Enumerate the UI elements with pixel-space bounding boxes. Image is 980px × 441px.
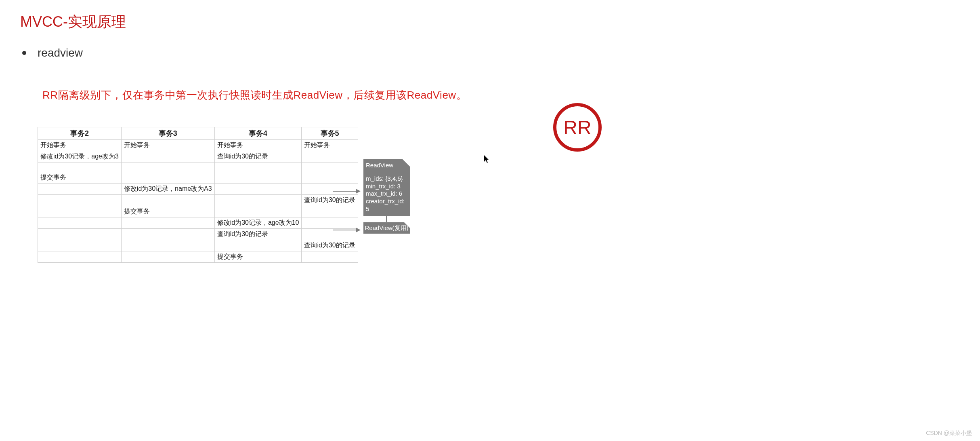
- table-row: 修改id为30记录，age改为10: [38, 217, 358, 229]
- cell: [302, 151, 358, 162]
- cell: [121, 162, 214, 172]
- cell: [121, 151, 214, 162]
- cell: [121, 229, 214, 240]
- readview-m-ids: m_ids: {3,4,5}: [366, 175, 407, 183]
- cell: 修改id为30记录，age改为3: [38, 151, 122, 162]
- cell: [121, 217, 214, 229]
- cell: [38, 206, 122, 217]
- cell: 查询id为30的记录: [214, 151, 302, 162]
- cell: [302, 184, 358, 195]
- cell: [302, 172, 358, 184]
- bullet-dot-icon: [22, 51, 26, 55]
- table-row: 查询id为30的记录: [38, 229, 358, 240]
- table-row: 提交事务: [38, 206, 358, 217]
- cell: 开始事务: [302, 140, 358, 151]
- cell: [38, 229, 122, 240]
- rr-badge: RR: [553, 103, 602, 152]
- cell: [302, 206, 358, 217]
- cell: [214, 240, 302, 251]
- table-row: 查询id为30的记录: [38, 195, 358, 206]
- cell: [121, 195, 214, 206]
- arrow-right-icon: [333, 191, 360, 192]
- bullet-text: readview: [38, 46, 83, 59]
- cell: [121, 251, 214, 263]
- cell: [302, 162, 358, 172]
- cell: 开始事务: [38, 140, 122, 151]
- cell: [302, 251, 358, 263]
- cell: [38, 217, 122, 229]
- cell: [214, 206, 302, 217]
- table-row: 提交事务: [38, 172, 358, 184]
- cell: 开始事务: [214, 140, 302, 151]
- col-header: 事务5: [302, 127, 358, 140]
- readview-reuse-label: ReadView(复用): [365, 224, 408, 232]
- readview-reuse-box: ReadView(复用): [363, 222, 410, 234]
- cell: [214, 172, 302, 184]
- cell: 修改id为30记录，age改为10: [214, 217, 302, 229]
- cell: 开始事务: [121, 140, 214, 151]
- readview-max-trx: max_trx_id: 6: [366, 190, 407, 198]
- col-header: 事务3: [121, 127, 214, 140]
- cell: [38, 184, 122, 195]
- cell: 查询id为30的记录: [302, 195, 358, 206]
- fold-corner-icon: [403, 159, 410, 167]
- table-header-row: 事务2 事务3 事务4 事务5: [38, 127, 358, 140]
- arrow-right-icon: [333, 230, 360, 230]
- col-header: 事务2: [38, 127, 122, 140]
- cell: [38, 251, 122, 263]
- watermark: CSDN @菜菜小堡: [926, 430, 972, 437]
- readview-title: ReadView: [366, 162, 407, 169]
- cell: 查询id为30的记录: [302, 240, 358, 251]
- table-row: 修改id为30记录，age改为3 查询id为30的记录: [38, 151, 358, 162]
- cell: 提交事务: [214, 251, 302, 263]
- cell: [302, 217, 358, 229]
- table-row: [38, 162, 358, 172]
- cell: [38, 240, 122, 251]
- cell: [121, 172, 214, 184]
- cell: [38, 162, 122, 172]
- cell: 提交事务: [121, 206, 214, 217]
- col-header: 事务4: [214, 127, 302, 140]
- cell: 查询id为30的记录: [214, 229, 302, 240]
- readview-min-trx: min_trx_id: 3: [366, 183, 407, 190]
- rr-badge-text: RR: [563, 116, 591, 139]
- mouse-cursor-icon: [484, 155, 490, 165]
- cell: [38, 195, 122, 206]
- cell: [214, 162, 302, 172]
- readview-box: ReadView m_ids: {3,4,5} min_trx_id: 3 ma…: [363, 159, 410, 216]
- table-row: 提交事务: [38, 251, 358, 263]
- arrow-up-icon: [386, 211, 387, 222]
- cell: 修改id为30记录，name改为A3: [121, 184, 214, 195]
- bullet-row: readview: [22, 46, 83, 59]
- transaction-table: 事务2 事务3 事务4 事务5 开始事务 开始事务 开始事务 开始事务 修改id…: [38, 127, 331, 263]
- table-row: 修改id为30记录，name改为A3: [38, 184, 358, 195]
- table-row: 开始事务 开始事务 开始事务 开始事务: [38, 140, 358, 151]
- rr-statement: RR隔离级别下，仅在事务中第一次执行快照读时生成ReadView，后续复用该Re…: [42, 88, 467, 102]
- cell: [121, 240, 214, 251]
- fold-corner-icon: [404, 222, 410, 228]
- table-row: 查询id为30的记录: [38, 240, 358, 251]
- cell: [214, 195, 302, 206]
- readview-creator: creator_trx_id: 5: [366, 198, 407, 213]
- cell: 提交事务: [38, 172, 122, 184]
- cell: [214, 184, 302, 195]
- page-title: MVCC-实现原理: [20, 12, 126, 32]
